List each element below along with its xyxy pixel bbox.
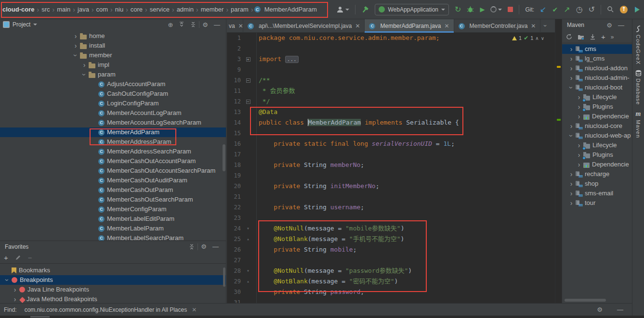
tabs-more-icon[interactable]: ›: [542, 25, 549, 26]
breadcrumb-item[interactable]: member: [199, 5, 225, 13]
project-tree-item[interactable]: CMemberAddressSearchParam: [0, 147, 226, 156]
history-button[interactable]: ◷: [576, 6, 583, 13]
build-button[interactable]: [361, 6, 369, 13]
chevron-right-icon[interactable]: ›: [575, 161, 583, 168]
breadcrumb-item[interactable]: niu: [114, 5, 125, 13]
search-everywhere-button[interactable]: [607, 6, 614, 13]
chevron-down-icon[interactable]: ›: [568, 131, 575, 140]
expand-all-icon[interactable]: [179, 22, 184, 27]
error-stripe[interactable]: [555, 19, 562, 303]
fold-marker[interactable]: ▾: [241, 266, 255, 276]
find-query-tab[interactable]: com.niu.core.common.config.NiuExceptionH…: [25, 306, 187, 313]
chevron-right-icon[interactable]: ›: [567, 75, 576, 81]
gear-icon[interactable]: ⚙: [201, 243, 207, 250]
add-icon[interactable]: +: [601, 33, 605, 41]
fold-marker[interactable]: ▴: [241, 276, 255, 287]
close-icon[interactable]: ✕: [192, 306, 197, 313]
close-icon[interactable]: ✕: [355, 23, 360, 29]
project-tree-item[interactable]: CAdjustAccountParam: [0, 79, 226, 89]
editor-tab[interactable]: Capi\...\MemberLevelServiceImpl.java✕: [243, 19, 365, 33]
chevron-right-icon[interactable]: ›: [71, 33, 80, 39]
project-tree-item[interactable]: CMemberLabelParam: [0, 224, 226, 233]
sidebar-tab-maven[interactable]: Maven: [635, 120, 641, 138]
fold-marker[interactable]: ▾: [241, 223, 255, 234]
project-tree-item[interactable]: ›param: [0, 70, 226, 79]
project-tree-item[interactable]: CMemberAccountLogSearchParam: [0, 118, 226, 127]
refresh-icon[interactable]: [566, 34, 572, 40]
project-tree-item[interactable]: CMemberAddressParam: [0, 137, 226, 147]
collapse-all-icon[interactable]: [190, 22, 196, 27]
maven-tree-item[interactable]: ›mrecharge: [562, 169, 632, 179]
fold-marker[interactable]: [241, 139, 255, 149]
debug-button[interactable]: [467, 6, 474, 13]
maven-tree-item[interactable]: ›Dependencie: [562, 160, 632, 169]
fold-marker[interactable]: +: [241, 54, 255, 64]
fold-marker[interactable]: [241, 86, 255, 96]
breadcrumb-item[interactable]: java: [76, 5, 91, 13]
maven-tree-item[interactable]: ›mniucloud-admin-: [562, 73, 632, 83]
project-tree-item[interactable]: CMemberCashOutSearchParam: [0, 195, 226, 204]
fold-marker[interactable]: [241, 181, 255, 191]
add-icon[interactable]: +: [4, 254, 8, 262]
breadcrumb-item[interactable]: service: [148, 5, 171, 13]
project-tree-item[interactable]: CLoginConfigParam: [0, 99, 226, 108]
project-tree-item[interactable]: ›install: [0, 41, 226, 51]
fold-marker[interactable]: [241, 244, 255, 255]
chevron-right-icon[interactable]: ›: [567, 46, 576, 52]
fold-marker[interactable]: [241, 149, 255, 160]
fold-collapsed-icon[interactable]: +: [246, 57, 250, 62]
close-icon[interactable]: ✕: [531, 23, 536, 29]
more-icon[interactable]: »: [611, 34, 614, 40]
maven-panel-title[interactable]: Maven: [567, 22, 584, 28]
editor-tab[interactable]: CMemberAddParam.java✕: [365, 19, 454, 33]
run-button[interactable]: ↻: [455, 6, 461, 13]
project-tree-item[interactable]: CMemberCashOutParam: [0, 185, 226, 195]
stop-button[interactable]: [508, 7, 513, 12]
coverage-button[interactable]: ▶: [480, 6, 485, 13]
chevron-right-icon[interactable]: ›: [567, 55, 576, 62]
breadcrumb-item[interactable]: core: [129, 5, 144, 13]
project-tree-item[interactable]: CMemberConfigParam: [0, 204, 226, 214]
fold-marker[interactable]: [241, 128, 255, 139]
editor-tab[interactable]: CMemberController.java✕: [454, 19, 541, 33]
favorites-tree-item[interactable]: ›Java Line Breakpoints: [0, 285, 226, 294]
fold-marker[interactable]: [241, 202, 255, 213]
chevron-down-icon[interactable]: ›: [72, 51, 79, 60]
locate-icon[interactable]: ⊕: [168, 22, 173, 28]
code-editor[interactable]: 1package com.niu.core.service.admin.memb…: [227, 33, 555, 303]
maven-tree-item[interactable]: ›mniucloud-core: [562, 121, 632, 131]
update-notification-icon[interactable]: ↑: [620, 6, 628, 13]
fold-marker[interactable]: [241, 117, 255, 128]
download-sources-icon[interactable]: [590, 34, 596, 40]
profiler-button[interactable]: [490, 6, 502, 13]
maven-tree-item[interactable]: ›mniucloud-boot: [562, 83, 632, 92]
chevron-right-icon[interactable]: ›: [11, 286, 19, 293]
gear-icon[interactable]: ⚙: [597, 306, 603, 313]
chevron-right-icon[interactable]: ›: [567, 180, 576, 187]
fold-marker[interactable]: [241, 287, 255, 297]
maven-tree-item[interactable]: ›mtour: [562, 198, 632, 208]
generate-sources-icon[interactable]: [578, 34, 584, 40]
sidebar-tab-database[interactable]: Database: [635, 78, 641, 105]
fold-marker[interactable]: [241, 213, 255, 223]
fold-expanded-icon[interactable]: −: [246, 100, 250, 104]
favorites-scrollbar-thumb[interactable]: [223, 267, 225, 287]
project-panel-title[interactable]: Project: [13, 21, 30, 28]
run-configuration-select[interactable]: WebAppApplication: [375, 4, 449, 15]
maven-tree-item[interactable]: ›Lifecycle: [562, 140, 632, 150]
favorites-panel-title[interactable]: Favorites: [5, 243, 28, 250]
hide-panel-icon[interactable]: —: [618, 22, 624, 28]
maven-tree-item[interactable]: ›mlg_cms: [562, 54, 632, 64]
chevron-right-icon[interactable]: ›: [11, 296, 19, 303]
breadcrumb-item[interactable]: cloud-core: [1, 5, 36, 13]
breadcrumb-item[interactable]: main: [55, 5, 72, 13]
project-tree-item[interactable]: ›member: [0, 51, 226, 60]
fold-marker[interactable]: [241, 255, 255, 266]
project-tree-item[interactable]: CMemberCashOutAuditParam: [0, 176, 226, 185]
next-problem-icon[interactable]: ∨: [541, 36, 544, 41]
breadcrumb-item[interactable]: param: [229, 5, 250, 13]
chevron-right-icon[interactable]: ›: [567, 200, 576, 206]
hide-panel-icon[interactable]: —: [212, 243, 219, 250]
fold-marker[interactable]: −: [241, 96, 255, 107]
fold-marker[interactable]: [241, 160, 255, 170]
